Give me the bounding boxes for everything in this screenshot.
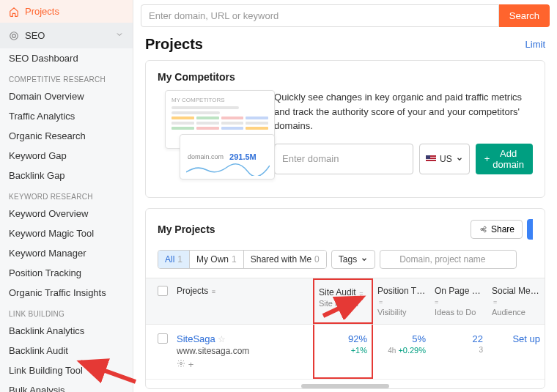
competitors-description: Quickly see changes in key organic and p… <box>274 90 533 133</box>
project-settings[interactable]: + <box>177 359 307 370</box>
select-all-checkbox[interactable] <box>158 286 168 296</box>
star-icon[interactable]: ☆ <box>218 334 226 344</box>
sidebar-section-label: SEO <box>25 30 45 41</box>
sidebar-item-position-tracking[interactable]: Position Tracking <box>0 263 133 283</box>
add-domain-button[interactable]: + Add domain <box>476 144 533 174</box>
projects-table: Projects ≡ Site Audit = Site Health Posi… <box>146 278 545 388</box>
svg-point-1 <box>12 34 16 37</box>
project-search-input[interactable] <box>380 250 517 269</box>
site-audit-delta: +1% <box>319 346 367 355</box>
sort-icon: = <box>435 298 438 306</box>
ownership-filter: All 1 My Own 1 Shared with Me 0 <box>158 250 327 269</box>
sidebar-item-domain-overview[interactable]: Domain Overview <box>0 86 133 106</box>
limit-link[interactable]: Limit <box>525 39 545 50</box>
site-audit-value[interactable]: 92% <box>319 333 367 344</box>
filter-all[interactable]: All 1 <box>158 251 190 268</box>
horizontal-scrollbar[interactable] <box>301 384 389 388</box>
sort-icon: = <box>379 298 383 306</box>
sidebar-item-backlink-gap[interactable]: Backlink Gap <box>0 166 133 185</box>
onpage-value[interactable]: 22 <box>435 333 483 344</box>
sidebar-group-keyword: KEYWORD RESEARCH <box>0 185 133 204</box>
competitors-card: My Competitors MY COMPETITORS domain.com… <box>145 60 545 198</box>
sidebar-header-label: Projects <box>25 6 59 17</box>
sidebar-item-traffic-analytics[interactable]: Traffic Analytics <box>0 106 133 126</box>
blue-edge <box>527 219 533 240</box>
sidebar-item-keyword-overview[interactable]: Keyword Overview <box>0 204 133 223</box>
competitors-title: My Competitors <box>146 61 545 90</box>
project-link[interactable]: SiteSaga <box>177 333 215 344</box>
sort-icon: = <box>358 289 364 297</box>
filter-shared[interactable]: Shared with Me 0 <box>244 251 326 268</box>
sort-icon: = <box>493 298 497 306</box>
sidebar-section-seo[interactable]: SEO <box>0 23 133 48</box>
project-domain: www.sitesaga.com <box>177 346 307 356</box>
sidebar-item-backlink-audit[interactable]: Backlink Audit <box>0 341 133 360</box>
topbar: Search <box>133 0 557 32</box>
sparkline-icon <box>186 161 270 176</box>
sidebar-item-organic-research[interactable]: Organic Research <box>0 126 133 146</box>
svg-point-4 <box>180 363 182 365</box>
sidebar-item-organic-traffic-insights[interactable]: Organic Traffic Insights <box>0 283 133 303</box>
global-search-button[interactable]: Search <box>499 4 550 27</box>
sidebar-group-link-building: LINK BUILDING <box>0 303 133 321</box>
chevron-down-icon <box>456 155 463 163</box>
sidebar-item-bulk-analysis[interactable]: Bulk Analysis <box>0 380 133 392</box>
tags-select[interactable]: Tags <box>331 250 375 269</box>
main: Search Projects Limit My Competitors MY … <box>133 0 557 392</box>
home-icon <box>9 7 19 17</box>
share-button[interactable]: Share <box>471 220 523 239</box>
global-search-input[interactable] <box>141 4 499 27</box>
plus-icon: + <box>188 359 194 370</box>
gear-icon <box>177 359 185 368</box>
plus-icon: + <box>484 153 490 164</box>
sidebar-item-backlink-analytics[interactable]: Backlink Analytics <box>0 321 133 341</box>
country-select[interactable]: US <box>419 144 470 174</box>
sidebar-group-competitive: COMPETITIVE RESEARCH <box>0 68 133 86</box>
social-setup[interactable]: Set up <box>492 333 540 344</box>
sidebar-item-keyword-magic[interactable]: Keyword Magic Tool <box>0 223 133 243</box>
svg-point-0 <box>10 32 18 40</box>
filter-my-own[interactable]: My Own 1 <box>190 251 244 268</box>
competitors-preview: MY COMPETITORS domain.com 291.5M <box>158 90 261 185</box>
share-icon <box>479 225 487 234</box>
flag-us-icon <box>426 155 436 163</box>
position-value[interactable]: 5% <box>377 333 426 344</box>
target-icon <box>9 31 19 41</box>
col-projects[interactable]: Projects ≡ <box>177 286 307 296</box>
table-row: SiteSaga☆ www.sitesaga.com + 92% +1% 5% … <box>146 325 545 380</box>
sidebar-item-seo-dashboard[interactable]: SEO Dashboard <box>0 48 133 68</box>
row-checkbox[interactable] <box>158 333 168 344</box>
sort-icon: ≡ <box>210 288 215 295</box>
chevron-down-icon <box>115 30 124 41</box>
sidebar-item-link-building-tool[interactable]: Link Building Tool <box>0 360 133 380</box>
sidebar: Projects SEO SEO Dashboard COMPETITIVE R… <box>0 0 133 392</box>
sidebar-header-projects[interactable]: Projects <box>0 0 133 23</box>
table-header: Projects ≡ Site Audit = Site Health Posi… <box>146 278 545 325</box>
sidebar-item-keyword-manager[interactable]: Keyword Manager <box>0 243 133 263</box>
projects-card: My Projects Share All 1 My Own 1 Shared … <box>145 208 545 389</box>
competitor-domain-input[interactable] <box>274 144 413 174</box>
onpage-sub: 3 <box>435 346 483 354</box>
page-title: Projects <box>145 36 203 53</box>
projects-title: My Projects <box>158 223 215 235</box>
chevron-down-icon <box>361 256 368 263</box>
sidebar-item-keyword-gap[interactable]: Keyword Gap <box>0 146 133 166</box>
